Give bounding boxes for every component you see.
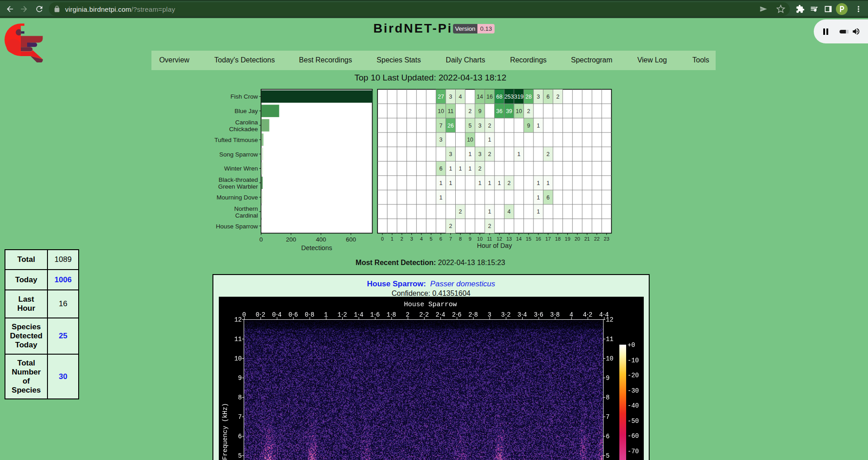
- svg-text:600: 600: [346, 236, 356, 243]
- svg-text:Blue Jay: Blue Jay: [235, 108, 258, 114]
- svg-text:3: 3: [537, 94, 540, 100]
- svg-text:Carolina: Carolina: [235, 119, 258, 126]
- svg-text:2: 2: [527, 108, 530, 114]
- svg-text:1: 1: [517, 151, 520, 157]
- svg-text:Black-throated: Black-throated: [218, 176, 258, 183]
- svg-text:Green Warbler: Green Warbler: [218, 183, 258, 190]
- svg-text:Mourning Dove: Mourning Dove: [217, 194, 258, 201]
- svg-text:9: 9: [478, 108, 481, 114]
- svg-text:1: 1: [537, 180, 540, 186]
- svg-text:Chickadee: Chickadee: [229, 126, 258, 133]
- svg-text:1: 1: [498, 180, 501, 186]
- svg-text:1: 1: [488, 209, 491, 215]
- svg-text:House Sparrow: House Sparrow: [216, 223, 258, 230]
- svg-text:21: 21: [584, 236, 590, 242]
- svg-text:16: 16: [536, 236, 541, 242]
- svg-text:2: 2: [468, 108, 472, 114]
- svg-text:9: 9: [527, 123, 530, 129]
- svg-text:36: 36: [496, 108, 503, 114]
- svg-text:1: 1: [449, 166, 452, 172]
- svg-text:Detections: Detections: [301, 244, 332, 251]
- svg-text:6: 6: [439, 166, 443, 172]
- svg-text:68: 68: [496, 94, 503, 100]
- svg-text:8: 8: [459, 236, 462, 242]
- svg-text:3: 3: [439, 137, 443, 143]
- svg-text:19: 19: [565, 236, 570, 242]
- svg-text:18: 18: [555, 236, 561, 242]
- svg-text:13: 13: [506, 236, 512, 242]
- svg-text:1: 1: [478, 180, 481, 186]
- svg-text:253: 253: [505, 94, 514, 100]
- svg-text:1: 1: [459, 166, 462, 172]
- svg-text:Cardinal: Cardinal: [235, 212, 258, 219]
- svg-text:Song Sparrow: Song Sparrow: [219, 151, 258, 158]
- svg-text:2: 2: [508, 180, 511, 186]
- svg-text:12: 12: [496, 236, 502, 242]
- svg-text:3: 3: [449, 94, 452, 100]
- svg-text:14: 14: [476, 94, 483, 100]
- svg-text:5: 5: [468, 123, 472, 129]
- svg-text:1: 1: [537, 209, 540, 215]
- svg-text:6: 6: [439, 236, 442, 242]
- svg-text:2: 2: [449, 223, 452, 229]
- svg-text:2: 2: [488, 123, 491, 129]
- svg-text:1: 1: [449, 180, 452, 186]
- svg-text:10: 10: [438, 108, 444, 114]
- svg-text:1: 1: [439, 180, 443, 186]
- svg-text:10: 10: [477, 236, 482, 242]
- svg-text:2: 2: [488, 151, 491, 157]
- svg-text:11: 11: [487, 236, 492, 242]
- svg-text:1: 1: [537, 123, 540, 129]
- svg-text:3: 3: [449, 151, 452, 157]
- svg-text:Tufted Titmouse: Tufted Titmouse: [214, 137, 258, 143]
- svg-text:2: 2: [488, 223, 491, 229]
- svg-text:6: 6: [547, 194, 550, 201]
- svg-text:15: 15: [526, 236, 531, 242]
- svg-text:200: 200: [286, 236, 296, 243]
- svg-text:2: 2: [478, 166, 481, 172]
- svg-text:20: 20: [575, 236, 580, 242]
- svg-text:319: 319: [514, 94, 524, 100]
- svg-text:23: 23: [604, 236, 609, 242]
- svg-text:7: 7: [449, 236, 452, 242]
- svg-text:39: 39: [506, 108, 512, 114]
- svg-text:4: 4: [459, 94, 462, 100]
- svg-text:1: 1: [468, 166, 472, 172]
- svg-text:2: 2: [459, 209, 462, 215]
- svg-text:1: 1: [439, 194, 443, 201]
- svg-text:2: 2: [547, 151, 550, 157]
- svg-text:0: 0: [381, 236, 384, 242]
- svg-text:17: 17: [545, 236, 551, 242]
- svg-text:11: 11: [448, 108, 453, 114]
- svg-text:27: 27: [438, 94, 444, 100]
- svg-text:1: 1: [391, 236, 393, 242]
- svg-text:1: 1: [547, 180, 550, 186]
- svg-text:28: 28: [525, 94, 532, 100]
- svg-text:1: 1: [537, 194, 540, 201]
- svg-text:Fish Crow: Fish Crow: [231, 93, 258, 100]
- svg-text:1: 1: [488, 137, 491, 143]
- svg-text:2: 2: [401, 236, 403, 242]
- svg-text:3: 3: [410, 236, 413, 242]
- svg-text:3: 3: [478, 151, 481, 157]
- svg-text:7: 7: [439, 123, 443, 129]
- svg-text:6: 6: [547, 94, 550, 100]
- svg-text:4: 4: [508, 209, 511, 215]
- svg-text:Winter Wren: Winter Wren: [224, 165, 258, 172]
- svg-text:4: 4: [420, 236, 423, 242]
- svg-text:5: 5: [430, 236, 433, 242]
- svg-text:9: 9: [469, 236, 472, 242]
- svg-text:Hour of Day: Hour of Day: [477, 242, 512, 249]
- svg-text:0: 0: [259, 236, 263, 243]
- svg-text:2: 2: [556, 94, 559, 100]
- svg-text:16: 16: [486, 94, 493, 100]
- svg-text:1: 1: [488, 180, 491, 186]
- svg-text:14: 14: [516, 236, 522, 242]
- svg-text:22: 22: [594, 236, 599, 242]
- svg-text:26: 26: [448, 123, 454, 129]
- svg-text:10: 10: [467, 137, 473, 143]
- svg-text:3: 3: [478, 123, 481, 129]
- svg-text:10: 10: [516, 108, 522, 114]
- svg-text:1: 1: [468, 151, 472, 157]
- svg-text:400: 400: [316, 236, 326, 243]
